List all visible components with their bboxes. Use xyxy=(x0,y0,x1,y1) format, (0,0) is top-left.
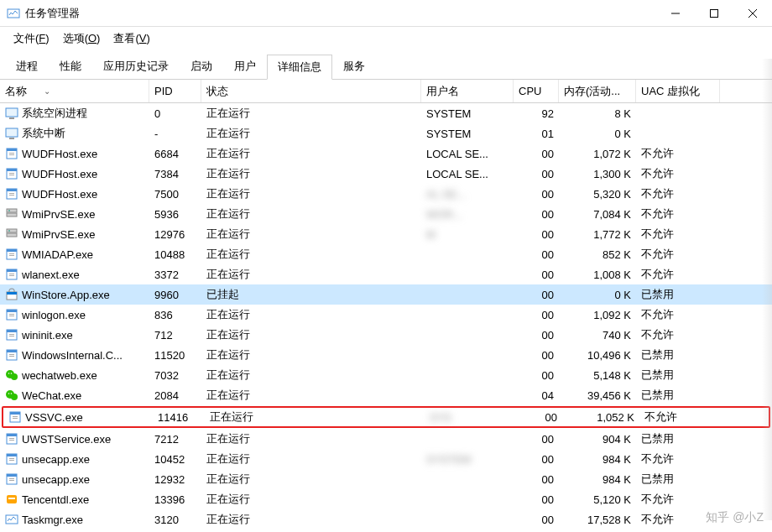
process-row[interactable]: WmiPrvSE.exe 5936 正在运行 WOR... 00 7,084 K… xyxy=(0,204,772,224)
svg-rect-60 xyxy=(13,418,18,419)
menu-options[interactable]: 选项(O) xyxy=(56,28,107,50)
cell-status: 正在运行 xyxy=(201,492,421,507)
cell-pid: 6684 xyxy=(149,148,201,160)
process-row[interactable]: 系统空闲进程 0 正在运行 SYSTEM 92 8 K xyxy=(0,103,772,123)
cell-uac: 已禁用 xyxy=(636,431,720,446)
cell-name: VSSVC.exe xyxy=(3,410,153,424)
svg-rect-22 xyxy=(7,213,17,216)
header-name[interactable]: 名称⌄ xyxy=(0,80,149,102)
cell-name: UWSTService.exe xyxy=(0,432,149,446)
process-row[interactable]: WUDFHost.exe 7500 正在运行 AL SE... 00 5,320… xyxy=(0,184,772,204)
svg-rect-19 xyxy=(9,193,14,194)
svg-rect-12 xyxy=(9,154,14,155)
process-row[interactable]: wlanext.exe 3372 正在运行 00 1,008 K 不允许 xyxy=(0,264,772,284)
cell-status: 正在运行 xyxy=(201,347,421,362)
cell-uac: 不允许 xyxy=(639,409,723,425)
tab-1[interactable]: 性能 xyxy=(49,54,92,79)
cell-uac: 不允许 xyxy=(636,492,720,507)
process-row[interactable]: WUDFHost.exe 7384 正在运行 LOCAL SE... 00 1,… xyxy=(0,164,772,184)
tab-2[interactable]: 应用历史记录 xyxy=(92,54,180,79)
svg-point-55 xyxy=(8,393,10,394)
process-name-label: wlanext.exe xyxy=(22,269,80,281)
cell-pid: 2084 xyxy=(149,389,201,402)
process-row[interactable]: Taskmgr.exe 3120 正在运行 00 17,528 K 不允许 xyxy=(0,509,772,529)
tab-3[interactable]: 启动 xyxy=(180,54,223,79)
process-row[interactable]: WeChat.exe 2084 正在运行 04 39,456 K 已禁用 xyxy=(0,385,772,405)
cell-status: 正在运行 xyxy=(201,247,421,262)
header-cpu[interactable]: CPU xyxy=(514,80,559,102)
process-row[interactable]: VSSVC.exe 11416 正在运行 SYS 00 1,052 K 不允许 xyxy=(2,406,770,428)
cell-memory: 7,084 K xyxy=(559,208,636,221)
svg-rect-7 xyxy=(6,128,18,137)
process-name-label: WMIADAP.exe xyxy=(22,248,93,261)
process-name-label: WindowsInternal.C... xyxy=(22,349,123,362)
header-user[interactable]: 用户名 xyxy=(421,80,514,102)
svg-rect-18 xyxy=(7,189,17,191)
menu-file[interactable]: 文件(F) xyxy=(7,28,56,50)
process-row[interactable]: WUDFHost.exe 6684 正在运行 LOCAL SE... 00 1,… xyxy=(0,143,772,164)
process-row[interactable]: wechatweb.exe 7032 正在运行 00 5,148 K 已禁用 xyxy=(0,365,772,385)
process-row[interactable]: unsecapp.exe 12932 正在运行 00 984 K 已禁用 xyxy=(0,469,772,489)
process-row[interactable]: WmiPrvSE.exe 12976 正在运行 M 00 1,772 K 不允许 xyxy=(0,224,772,244)
tab-0[interactable]: 进程 xyxy=(5,54,49,79)
cell-uac: 不允许 xyxy=(636,146,720,161)
cell-status: 正在运行 xyxy=(201,431,421,446)
cell-uac: 不允许 xyxy=(636,512,720,527)
process-row[interactable]: wininit.exe 712 正在运行 00 740 K 不允许 xyxy=(0,325,772,345)
cell-status: 正在运行 xyxy=(201,512,421,527)
process-icon xyxy=(5,227,18,241)
cell-uac: 不允许 xyxy=(636,186,720,201)
svg-rect-34 xyxy=(9,275,14,276)
svg-rect-74 xyxy=(8,498,15,499)
cell-pid: 12932 xyxy=(149,473,201,486)
svg-rect-72 xyxy=(9,480,14,481)
header-pid[interactable]: PID xyxy=(149,80,201,102)
process-icon xyxy=(5,452,18,466)
cell-uac: 不允许 xyxy=(636,206,720,222)
svg-rect-28 xyxy=(7,249,17,252)
svg-rect-63 xyxy=(9,438,14,439)
header-uac[interactable]: UAC 虚拟化 xyxy=(636,80,720,102)
process-row[interactable]: WMIADAP.exe 10488 正在运行 00 852 K 不允许 xyxy=(0,244,772,264)
cell-pid: 712 xyxy=(149,329,201,342)
svg-rect-40 xyxy=(9,316,14,316)
cell-name: 系统空闲进程 xyxy=(0,106,149,121)
process-row[interactable]: WinStore.App.exe 9960 已挂起 00 0 K 已禁用 xyxy=(0,284,772,305)
cell-uac: 已禁用 xyxy=(636,388,720,403)
process-name-label: WUDFHost.exe xyxy=(22,168,97,180)
header-status[interactable]: 状态 xyxy=(201,80,421,102)
svg-rect-6 xyxy=(9,117,14,119)
cell-cpu: 00 xyxy=(514,493,559,506)
header-memory[interactable]: 内存(活动... xyxy=(559,80,636,102)
process-row[interactable]: 系统中断 - 正在运行 SYSTEM 01 0 K xyxy=(0,123,772,143)
cell-status: 正在运行 xyxy=(201,451,421,467)
tab-4[interactable]: 用户 xyxy=(223,54,267,79)
process-row[interactable]: unsecapp.exe 10452 正在运行 SYSTEM 00 984 K … xyxy=(0,449,772,469)
cell-pid: 11416 xyxy=(153,411,205,424)
cell-cpu: 04 xyxy=(514,389,559,402)
cell-pid: 3372 xyxy=(149,269,201,281)
cell-memory: 904 K xyxy=(559,433,636,446)
process-row[interactable]: UWSTService.exe 7212 正在运行 00 904 K 已禁用 xyxy=(0,429,772,449)
cell-cpu: 00 xyxy=(514,349,559,362)
svg-rect-5 xyxy=(6,108,18,117)
cell-status: 正在运行 xyxy=(201,267,421,282)
menu-view[interactable]: 查看(V) xyxy=(107,28,156,50)
process-name-label: unsecapp.exe xyxy=(22,453,90,466)
tab-5[interactable]: 详细信息 xyxy=(267,55,332,80)
close-button[interactable] xyxy=(733,0,772,26)
cell-cpu: 00 xyxy=(514,289,559,301)
svg-rect-32 xyxy=(7,269,17,272)
cell-memory: 10,496 K xyxy=(559,349,636,362)
process-name-label: WmiPrvSE.exe xyxy=(22,228,95,241)
cell-uac: 不允许 xyxy=(636,247,720,262)
process-row[interactable]: WindowsInternal.C... 11520 正在运行 00 10,49… xyxy=(0,345,772,365)
process-icon xyxy=(5,308,18,321)
cell-name: WUDFHost.exe xyxy=(0,187,149,201)
process-row[interactable]: Tencentdl.exe 13396 正在运行 00 5,120 K 不允许 xyxy=(0,489,772,509)
cell-memory: 740 K xyxy=(559,329,636,342)
tab-6[interactable]: 服务 xyxy=(332,54,376,79)
minimize-button[interactable] xyxy=(656,0,695,26)
maximize-button[interactable] xyxy=(695,0,733,26)
process-row[interactable]: winlogon.exe 836 正在运行 00 1,092 K 不允许 xyxy=(0,305,772,325)
